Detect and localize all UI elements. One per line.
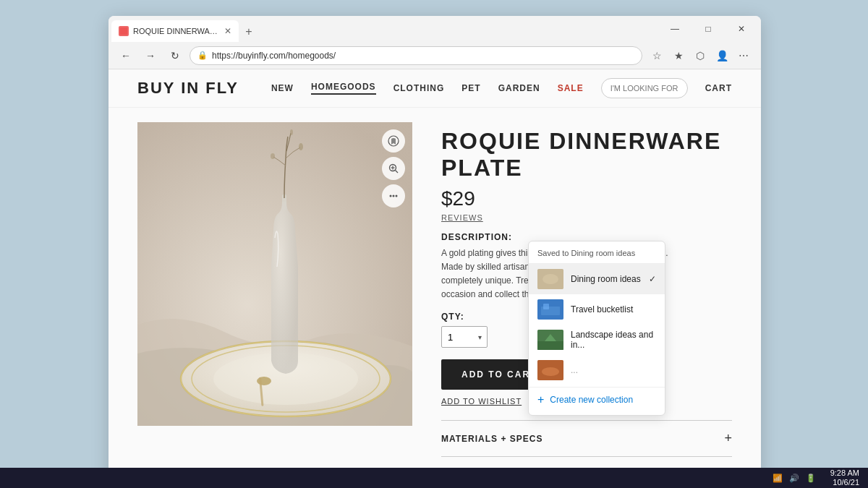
browser-action-icons: ☆ ★ ⬡ 👤 ⋯ [647,46,754,66]
nav-homegoods[interactable]: HOMEGOODS [311,82,376,95]
taskbar-time: 9:28 AM [830,468,859,478]
star-outline-icon[interactable]: ☆ [647,46,667,66]
svg-point-10 [299,143,303,150]
collection-item-landscape[interactable]: Landscape ideas and in... [529,325,665,355]
window-controls: — □ ✕ [658,17,758,40]
collection-thumb-travel [537,299,563,320]
svg-point-30 [542,367,559,376]
tab-close-button[interactable]: ✕ [224,26,231,36]
create-collection-label: Create new collection [550,395,633,405]
close-button[interactable]: ✕ [725,17,758,40]
battery-icon: 🔋 [806,474,816,482]
svg-point-18 [390,195,392,197]
taskbar-date: 10/6/21 [830,478,859,487]
back-button[interactable]: ← [116,46,136,66]
profile-icon[interactable]: 👤 [712,46,732,66]
site-header: BUY IN FLY NEW HOMEGOODS CLOTHING PET GA… [109,69,761,108]
svg-line-15 [396,171,399,174]
product-reviews-link[interactable]: REVIEWS [441,213,732,222]
product-image [137,122,412,426]
favorites-icon[interactable]: ★ [668,46,689,66]
volume-icon: 🔊 [789,474,799,482]
save-tool-button[interactable] [382,129,405,153]
product-title: ROQUIE DINNERWARE PLATE [441,128,732,181]
browser-tabs: ROQUIE DINNERWARE PLATE ✕ + [111,16,658,42]
network-icon: 📶 [773,474,783,482]
svg-rect-0 [120,27,127,35]
svg-point-20 [396,195,398,197]
browser-navbar: ← → ↻ 🔒 https://buyinfly.com/homegoods/ … [109,42,761,69]
page-content: BUY IN FLY NEW HOMEGOODS CLOTHING PET GA… [109,69,761,477]
collection-thumb-dining [537,269,563,289]
materials-section[interactable]: MATERIALS + SPECS + [441,420,732,456]
zoom-tool-button[interactable] [382,157,405,180]
nav-clothing[interactable]: CLOTHING [393,83,445,93]
image-tools [382,129,405,207]
collection-item-travel[interactable]: Travel bucketlist [529,294,665,325]
cart-button[interactable]: CART [705,83,732,93]
url-text: https://buyinfly.com/homegoods/ [212,51,336,61]
taskbar-icons: 📶 🔊 🔋 [773,474,822,483]
product-area: Saved to Dining room ideas Dining room i… [109,108,761,477]
tab-favicon [119,26,129,36]
site-nav: NEW HOMEGOODS CLOTHING PET GARDEN SALE C… [271,78,732,98]
product-price: $29 [441,187,732,210]
svg-rect-25 [543,304,549,309]
collection-label-landscape: Landscape ideas and in... [571,330,656,350]
tab-title: ROQUIE DINNERWARE PLATE [133,27,220,35]
nav-garden[interactable]: GARDEN [498,83,540,93]
extension-icon[interactable]: ⬡ [690,46,710,66]
settings-icon[interactable]: ⋯ [733,46,754,66]
collection-label-dining: Dining room ideas [571,274,641,284]
site-logo[interactable]: BUY IN FLY [137,79,239,98]
nav-sale[interactable]: SALE [558,83,584,93]
lock-icon: 🔒 [197,51,208,60]
collection-label-travel: Travel bucketlist [571,304,633,314]
collection-item-extra[interactable]: ... [529,355,665,385]
browser-tab-active[interactable]: ROQUIE DINNERWARE PLATE ✕ [111,20,239,42]
svg-point-12 [290,129,293,135]
collection-thumb-extra [537,360,563,380]
nav-pet[interactable]: PET [461,83,480,93]
taskbar: 📶 🔊 🔋 9:28 AM 10/6/21 [0,468,868,488]
selected-check-icon: ✓ [649,274,656,284]
address-bar[interactable]: 🔒 https://buyinfly.com/homegoods/ [190,46,642,65]
nav-new[interactable]: NEW [271,83,294,93]
svg-rect-27 [537,341,563,350]
collection-thumb-landscape [537,330,563,350]
create-plus-icon: + [537,393,544,406]
search-input[interactable] [601,78,688,98]
more-tool-button[interactable] [382,184,405,207]
create-collection-button[interactable]: + Create new collection [529,387,665,412]
forward-button[interactable]: → [140,46,161,66]
svg-point-7 [257,377,271,385]
svg-point-11 [271,153,275,159]
browser-window: ROQUIE DINNERWARE PLATE ✕ + — □ ✕ ← → ↻ … [109,16,761,477]
materials-expand-icon: + [724,431,732,446]
product-image-container: Saved to Dining room ideas Dining room i… [137,122,412,426]
svg-point-22 [542,274,558,284]
taskbar-clock: 9:28 AM 10/6/21 [830,468,859,487]
svg-point-19 [393,195,395,197]
browser-titlebar: ROQUIE DINNERWARE PLATE ✕ + — □ ✕ [109,16,761,42]
collection-label-extra: ... [571,365,578,375]
maximize-button[interactable]: □ [692,17,725,40]
collection-item-dining[interactable]: Dining room ideas ✓ [529,264,665,294]
popup-header: Saved to Dining room ideas [529,241,665,264]
collections-popup: Saved to Dining room ideas Dining room i… [528,241,665,416]
materials-label: MATERIALS + SPECS [441,434,542,444]
new-tab-button[interactable]: + [239,22,259,42]
refresh-button[interactable]: ↻ [165,46,185,66]
qty-select[interactable]: 1 2 3 4 [441,326,488,348]
minimize-button[interactable]: — [658,17,692,40]
qty-selector-wrapper: 1 2 3 4 ▾ [441,326,488,348]
